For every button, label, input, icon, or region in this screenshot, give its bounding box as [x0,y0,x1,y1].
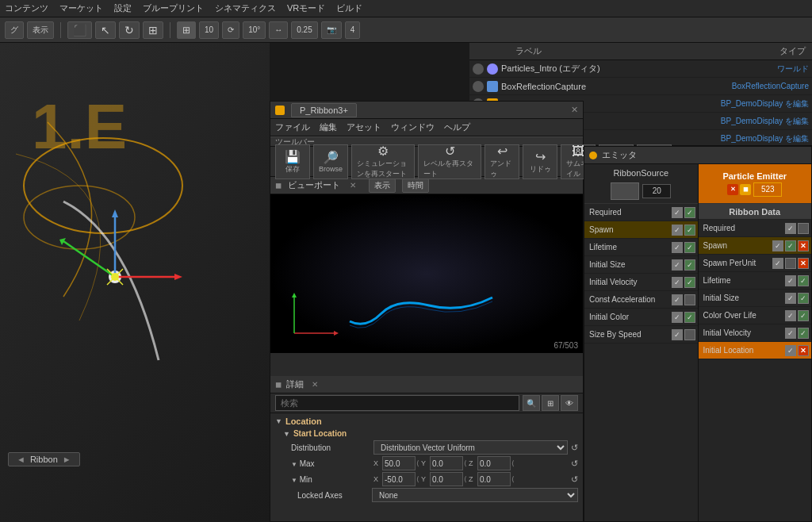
cascade-menu-window[interactable]: ウィンドウ [391,121,435,133]
toolbar-btn-shapes[interactable]: ⬛ [67,21,92,39]
module-required-right-check1[interactable]: ✓ [785,223,796,234]
module-spawn-right[interactable]: Spawn ✓ ✓ ✕ [699,237,812,255]
toolbar-btn-grid-snap[interactable]: ⊞ [177,21,196,39]
toolbar-btn-scale[interactable]: ⊞ [143,21,163,39]
module-sizebyspeed-check1[interactable]: ✓ [672,329,683,340]
browse-btn[interactable]: 🔎 Browse [313,144,348,179]
module-lifetime-check1[interactable]: ✓ [672,242,683,253]
max-y-input[interactable] [430,456,463,470]
max-z-arrow[interactable]: ⟨ [511,459,515,467]
menu-contents[interactable]: コンテンツ [5,2,48,14]
module-spawnperunit-x[interactable]: ✕ [798,258,809,269]
details-grid-btn[interactable]: ⊞ [542,395,559,411]
min-z-input[interactable] [477,472,511,486]
module-initsize-left[interactable]: Initial Size ✓ ✓ [584,256,698,274]
toolbar-btn-camera-val[interactable]: 4 [345,21,361,39]
menu-build[interactable]: ビルド [336,2,362,14]
module-constacc-check2[interactable] [684,294,695,305]
menu-settings[interactable]: 設定 [114,2,132,14]
module-initlocation-check1[interactable]: ✓ [785,345,796,356]
toolbar-btn-angle-val[interactable]: 10° [243,21,266,39]
module-sizebyspeed-left[interactable]: Size By Speed ✓ [584,326,698,344]
module-spawn-right-check1[interactable]: ✓ [772,240,783,251]
scene-row-box[interactable]: BoxReflectionCapture BoxReflectionCaptur… [469,78,812,95]
cascade-tab[interactable]: P_Ribbon3+ [291,103,357,117]
max-refresh[interactable]: ↺ [571,459,578,469]
module-lifetime-check2[interactable]: ✓ [684,242,695,253]
module-initsize-check2[interactable]: ✓ [684,259,695,271]
module-spawn-right-x[interactable]: ✕ [798,240,809,251]
redo-btn[interactable]: ↪ リドゥ [523,144,557,179]
menu-blueprint[interactable]: ブループリント [143,2,204,14]
module-initlocation-right[interactable]: Initial Location ✓ ✕ [699,342,812,359]
module-initsize-right-check1[interactable]: ✓ [785,293,796,304]
module-lifetime-left[interactable]: Lifetime ✓ ✓ [584,239,698,256]
toolbar-btn-angle-snap[interactable]: ⟳ [222,21,239,39]
module-initvel-right-check1[interactable]: ✓ [785,328,796,339]
min-z-arrow[interactable]: ⟨ [511,475,515,483]
min-x-arrow[interactable]: ⟨ [416,475,419,483]
module-required-left[interactable]: Required ✓ ✓ [584,204,698,221]
module-spawnperunit-check1[interactable]: ✓ [772,258,783,269]
module-initvel-check1[interactable]: ✓ [672,277,683,288]
module-spawn-right-check2[interactable]: ✓ [785,240,796,251]
viewport-tab-label[interactable]: ビューポート [288,179,340,191]
scene-row-particles[interactable]: Particles_Intro (エディタ) ワールド [469,60,812,78]
max-x-input[interactable] [382,456,416,470]
scene-eye-icon-2[interactable] [473,81,484,92]
module-constacc-left[interactable]: Const Acceleration ✓ [584,291,698,309]
module-lifetime-right[interactable]: Lifetime ✓ ✓ [699,272,812,290]
module-initcolor-check2[interactable]: ✓ [684,312,695,323]
toolbar-btn-view[interactable]: 表示 [27,21,54,39]
cascade-3d-viewport[interactable]: 67/503 [270,194,583,353]
cascade-menu-help[interactable]: ヘルプ [444,121,470,133]
pe-icon-redx[interactable]: ✕ [727,184,738,195]
module-required-check1[interactable]: ✓ [672,207,683,218]
module-initcolor-left[interactable]: Initial Color ✓ ✓ [584,309,698,326]
restart-level-btn[interactable]: ↺ レベルを再スタート [418,144,481,179]
menu-cinematics[interactable]: シネマティクス [215,2,276,14]
details-close[interactable]: ✕ [312,380,318,389]
module-required-right[interactable]: Required ✓ [699,220,812,237]
module-coloroverlife-right[interactable]: Color Over Life ✓ ✓ [699,307,812,324]
max-z-input[interactable] [477,456,511,470]
cascade-menu-asset[interactable]: アセット [347,121,381,133]
details-search-icon-btn[interactable]: 🔍 [523,395,540,411]
locked-axes-dropdown[interactable]: None [372,488,578,502]
toolbar-btn-scale-snap[interactable]: ↔ [269,21,288,39]
ribbon-count-input[interactable] [642,184,671,198]
module-initsize-check1[interactable]: ✓ [672,259,683,271]
toolbar-btn-grid-val[interactable]: 10 [199,21,219,39]
module-initsize-right[interactable]: Initial Size ✓ ✓ [699,290,812,307]
module-required-check2[interactable]: ✓ [684,207,695,218]
viewport-close-btn[interactable]: ✕ [350,181,356,190]
module-spawnperunit-check2[interactable] [785,258,796,269]
ribbon-label[interactable]: ◄ Ribbon ► [8,452,80,466]
cascade-menu-file[interactable]: ファイル [275,121,310,133]
menu-vrmode[interactable]: VRモード [287,2,325,14]
module-spawnperunit-right[interactable]: Spawn PerUnit ✓ ✕ [699,255,812,272]
module-initsize-right-check2[interactable]: ✓ [798,293,809,304]
distribution-dropdown[interactable]: Distribution Vector Uniform [373,440,568,455]
toolbar-btn-rotate[interactable]: ↻ [119,21,140,39]
module-coloroverlife-check1[interactable]: ✓ [785,310,796,321]
min-refresh[interactable]: ↺ [571,474,578,485]
undo-btn[interactable]: ↩ アンドゥ [485,144,519,179]
toolbar-btn-nav[interactable]: グ [5,21,24,39]
module-spawn-left[interactable]: Spawn ✓ ✓ [584,221,698,239]
module-lifetime-right-check1[interactable]: ✓ [785,275,796,286]
details-search-input[interactable] [275,395,519,411]
particle-count-input[interactable] [753,182,782,197]
menu-market[interactable]: マーケット [59,2,103,14]
module-initvel-right-check2[interactable]: ✓ [798,328,809,339]
restart-sim-btn[interactable]: ⚙ シミュレーションを再スタート [351,144,415,179]
module-initvel-check2[interactable]: ✓ [684,277,695,288]
module-spawn-check2[interactable]: ✓ [684,225,695,236]
module-initcolor-check1[interactable]: ✓ [672,312,683,323]
module-initvel-right[interactable]: Initial Velocity ✓ ✓ [699,324,812,342]
min-y-input[interactable] [430,472,463,486]
toolbar-btn-cursor[interactable]: ↖ [95,21,116,39]
details-eye-btn[interactable]: 👁 [561,395,578,411]
module-spawn-check1[interactable]: ✓ [672,225,683,236]
cascade-menu-edit[interactable]: 編集 [320,121,337,133]
